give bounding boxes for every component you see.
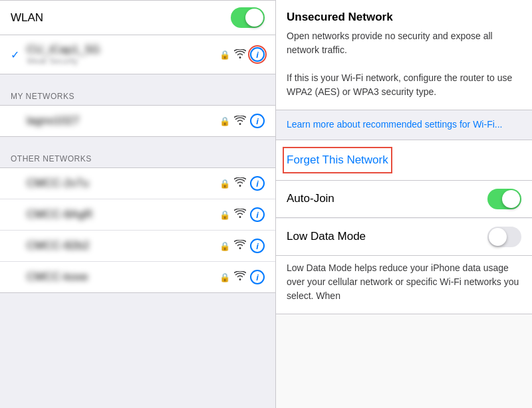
low-data-label: Low Data Mode	[287, 230, 487, 243]
lock-icon: 🔒	[219, 50, 230, 60]
other-network-icons-3: 🔒 i	[219, 270, 265, 284]
left-panel: WLAN ✓ CU_iCap1_5G Weak Security 🔒	[0, 0, 276, 408]
other-network-item-2[interactable]: CMCC-82b2 🔒 i	[0, 231, 275, 262]
other-network-item-1[interactable]: CMCC-8AgR 🔒 i	[0, 199, 275, 231]
my-network-name-0: lagno1027	[27, 114, 219, 128]
lock-icon-other-2: 🔒	[219, 241, 230, 251]
other-network-name-block-1: CMCC-8AgR	[27, 208, 219, 221]
wlan-toggle[interactable]	[231, 7, 265, 28]
low-data-row: Low Data Mode	[276, 219, 532, 256]
wifi-icon-my-0	[234, 116, 246, 127]
my-networks-group: lagno1027 🔒 i	[0, 105, 275, 137]
low-data-toggle[interactable]	[487, 227, 521, 247]
other-network-icons-0: 🔒 i	[219, 176, 265, 191]
other-network-info-button-1[interactable]: i	[250, 207, 265, 222]
connected-network-item[interactable]: ✓ CU_iCap1_5G Weak Security 🔒 i	[0, 35, 275, 74]
my-network-info-button-0[interactable]: i	[250, 114, 265, 128]
wlan-label: WLAN	[11, 11, 231, 25]
lock-icon-my-0: 🔒	[219, 116, 230, 126]
other-network-icons-2: 🔒 i	[219, 239, 265, 253]
my-networks-header: MY NETWORKS	[0, 88, 275, 105]
auto-join-row: Auto-Join	[276, 181, 532, 218]
low-data-section: Low Data Mode Low Data Mode helps reduce…	[276, 219, 532, 314]
wlan-row: WLAN	[0, 0, 275, 35]
other-network-info-button-3[interactable]: i	[250, 270, 265, 284]
checkmark-icon: ✓	[11, 49, 21, 61]
other-network-name-3: CMCC-koxe	[27, 270, 219, 284]
learn-more-link[interactable]: Learn more about recommended settings fo…	[287, 119, 502, 130]
other-network-name-block-2: CMCC-82b2	[27, 239, 219, 253]
unsecured-network-section: Unsecured Network Open networks provide …	[276, 0, 532, 110]
right-panel: Unsecured Network Open networks provide …	[276, 0, 532, 408]
other-network-info-button-0[interactable]: i	[250, 176, 265, 191]
low-data-description: Low Data Mode helps reduce your iPhone d…	[287, 261, 521, 303]
wifi-icon	[234, 49, 246, 60]
wifi-icon-other-2	[234, 240, 246, 252]
connected-network-info-button[interactable]: i	[250, 47, 265, 62]
my-network-name-block-0: lagno1027	[27, 114, 219, 128]
connected-network-name-block: CU_iCap1_5G Weak Security	[27, 43, 219, 66]
other-network-item-0[interactable]: CMCC-2v7u 🔒 i	[0, 168, 275, 199]
other-networks-group: CMCC-2v7u 🔒 i CMCC-8AgR	[0, 167, 275, 293]
wifi-icon-other-3	[234, 271, 246, 283]
spacer-1	[0, 74, 275, 88]
other-network-name-2: CMCC-82b2	[27, 239, 219, 253]
lock-icon-other-1: 🔒	[219, 210, 230, 220]
low-data-desc-block: Low Data Mode helps reduce your iPhone d…	[276, 256, 532, 314]
unsecured-network-desc: Open networks provide no security and ex…	[287, 29, 521, 99]
connected-network-icons: 🔒 i	[219, 47, 265, 62]
other-network-name-block-3: CMCC-koxe	[27, 270, 219, 284]
connected-network-name: CU_iCap1_5G	[27, 43, 219, 56]
connected-network-sub: Weak Security	[27, 56, 219, 66]
auto-join-toggle[interactable]	[487, 189, 521, 209]
my-network-icons-0: 🔒 i	[219, 114, 265, 128]
connected-network-group: ✓ CU_iCap1_5G Weak Security 🔒 i	[0, 35, 275, 74]
other-network-info-button-2[interactable]: i	[250, 239, 265, 253]
auto-join-label: Auto-Join	[287, 192, 487, 205]
wifi-icon-other-0	[234, 177, 246, 189]
my-network-item-0[interactable]: lagno1027 🔒 i	[0, 106, 275, 136]
learn-more-section: Learn more about recommended settings fo…	[276, 110, 532, 140]
other-network-icons-1: 🔒 i	[219, 207, 265, 222]
lock-icon-other-3: 🔒	[219, 272, 230, 282]
unsecured-network-title: Unsecured Network	[287, 11, 521, 24]
other-networks-header: OTHER NETWORKS	[0, 150, 275, 167]
other-network-item-3[interactable]: CMCC-koxe 🔒 i	[0, 262, 275, 292]
spacer-2	[0, 137, 275, 150]
lock-icon-other-0: 🔒	[219, 179, 230, 189]
forget-network-section: Forget This Network	[276, 140, 532, 181]
wifi-icon-other-1	[234, 209, 246, 221]
other-network-name-1: CMCC-8AgR	[27, 208, 219, 221]
forget-network-button[interactable]: Forget This Network	[287, 151, 388, 169]
other-network-name-0: CMCC-2v7u	[27, 177, 219, 190]
other-network-name-block-0: CMCC-2v7u	[27, 177, 219, 190]
